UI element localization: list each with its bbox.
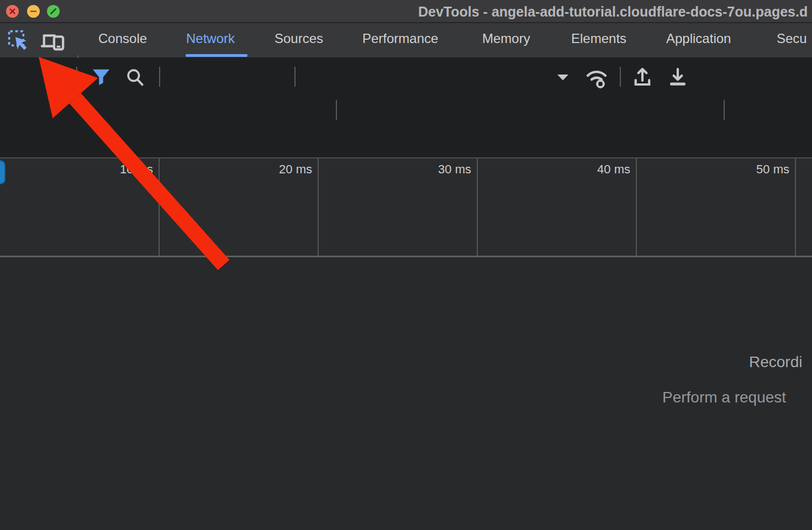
tab-memory[interactable]: Memory xyxy=(482,31,530,54)
network-overview-timeline[interactable]: 10 ms 20 ms 30 ms 40 ms 50 ms xyxy=(0,157,812,257)
filterbar-separator xyxy=(336,100,337,120)
timeline-gridline xyxy=(318,158,319,256)
filter-funnel-icon[interactable] xyxy=(90,68,112,87)
toolbar-separator xyxy=(159,67,160,87)
timeline-gridline xyxy=(636,158,637,256)
toolbar-separator xyxy=(294,67,296,87)
import-har-icon[interactable] xyxy=(631,65,654,88)
device-toolbar-button[interactable] xyxy=(40,29,65,53)
filterbar-separator xyxy=(724,100,725,120)
toolbar-separator xyxy=(620,67,621,87)
tab-sources[interactable]: Sources xyxy=(275,31,323,54)
zoom-icon[interactable] xyxy=(47,5,60,18)
timeline-gridline xyxy=(477,158,478,256)
minimize-icon[interactable] xyxy=(27,5,40,18)
tab-network[interactable]: Network xyxy=(186,31,235,54)
export-har-icon[interactable] xyxy=(666,65,689,88)
titlebar: DevTools - angela-add-tutorial.cloudflar… xyxy=(0,0,812,23)
device-toolbar-icon xyxy=(40,29,65,53)
timeline-gridline xyxy=(795,158,796,256)
search-icon[interactable] xyxy=(125,67,146,87)
devtools-tabbar: Console Network Sources Performance Memo… xyxy=(0,23,812,58)
tab-console[interactable]: Console xyxy=(98,31,147,54)
timeline-tick-10ms: 10 ms xyxy=(87,162,153,177)
network-toolbar: Preserve log Disable cache No throttling xyxy=(0,58,812,93)
devtools-window: DevTools - angela-add-tutorial.cloudflar… xyxy=(0,0,812,530)
overview-drag-handle[interactable] xyxy=(0,160,6,184)
close-icon[interactable] xyxy=(6,5,19,18)
network-conditions-icon[interactable] xyxy=(583,66,611,89)
tab-security[interactable]: Secu xyxy=(777,31,807,54)
timeline-tick-20ms: 20 ms xyxy=(246,162,312,177)
timeline-tick-50ms: 50 ms xyxy=(723,162,789,177)
request-list-empty-area: Recordi Perform a request xyxy=(0,257,812,530)
toolbar-separator xyxy=(76,67,77,87)
tab-application[interactable]: Application xyxy=(666,31,731,54)
request-filter-row: Blocked requests 3rd-party requests xyxy=(0,126,812,157)
recording-status-text: Recordi xyxy=(749,353,802,371)
inspect-icon xyxy=(7,29,31,53)
active-tab-underline xyxy=(186,54,247,57)
dropdown-caret-icon[interactable] xyxy=(556,73,570,82)
tab-performance[interactable]: Performance xyxy=(362,31,438,54)
timeline-gridline xyxy=(159,158,160,256)
window-title: DevTools - angela-add-tutorial.cloudflar… xyxy=(418,4,808,20)
timeline-tick-30ms: 30 ms xyxy=(405,162,471,177)
network-filter-bar: Invert Hide data URLs Hide extension URL… xyxy=(0,93,812,126)
inspect-element-button[interactable] xyxy=(6,29,31,53)
tab-elements[interactable]: Elements xyxy=(571,31,626,54)
timeline-tick-40ms: 40 ms xyxy=(564,162,630,177)
perform-request-hint-text: Perform a request xyxy=(662,389,786,406)
